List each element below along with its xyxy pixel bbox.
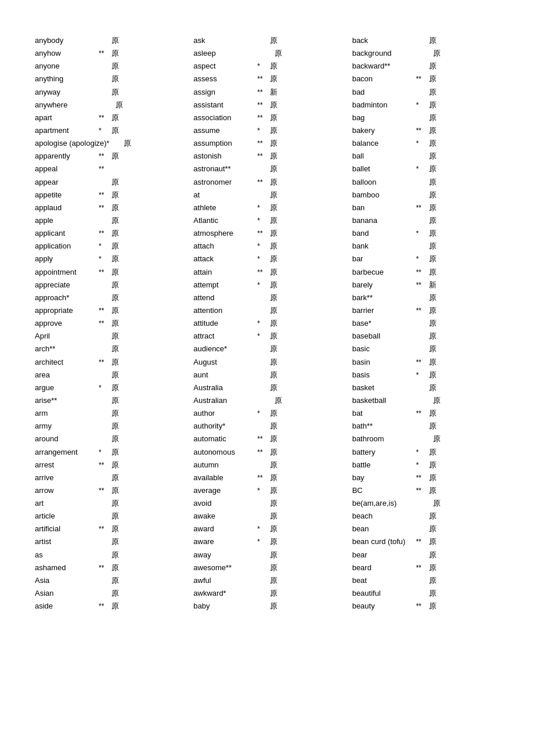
- kanji-label: 原: [270, 279, 277, 291]
- kanji-label: 原: [429, 562, 436, 574]
- word-label: basin: [352, 357, 416, 368]
- list-item: article原: [35, 510, 193, 522]
- kanji-label: 原: [111, 433, 119, 445]
- word-label: basketball: [352, 395, 416, 406]
- word-label: apartment: [35, 125, 99, 136]
- word-label: bay: [352, 472, 416, 484]
- word-label: approve: [35, 318, 99, 329]
- word-label: anyhow: [35, 48, 99, 59]
- level-badge: **: [257, 447, 270, 458]
- word-label: aside: [35, 600, 99, 612]
- list-item: banana原: [352, 215, 511, 226]
- word-label: appeal: [35, 163, 99, 175]
- list-item: bar*原: [352, 253, 511, 265]
- level-badge: **: [99, 524, 111, 535]
- level-badge: *: [257, 280, 270, 291]
- kanji-label: 原: [270, 459, 277, 471]
- kanji-label: 原: [270, 420, 277, 432]
- word-label: band: [352, 228, 416, 239]
- word-label: architect: [35, 357, 99, 368]
- word-label: attract: [193, 330, 257, 342]
- list-item: attend原: [193, 292, 352, 304]
- list-item: apart**原: [35, 112, 193, 124]
- word-label: ban: [352, 202, 416, 214]
- word-label: arrangement: [35, 447, 99, 458]
- list-item: barbecue**原: [352, 267, 511, 278]
- word-label: atmosphere: [193, 228, 257, 239]
- list-item: avoid原: [193, 498, 352, 509]
- word-label: attitude: [193, 318, 257, 329]
- list-item: astronomer**原: [193, 177, 352, 188]
- kanji-label: 原: [270, 588, 277, 599]
- word-label: autonomous: [193, 447, 257, 458]
- kanji-label: 原: [111, 73, 119, 85]
- kanji2-label: 原: [429, 498, 441, 509]
- level-badge: *: [257, 241, 270, 252]
- word-label: as: [35, 549, 99, 561]
- kanji-label: 原: [111, 472, 119, 484]
- list-item: Asia原: [35, 575, 193, 586]
- level-badge: **: [416, 305, 429, 316]
- level-badge: **: [416, 473, 429, 484]
- list-item: attention原: [193, 305, 352, 316]
- kanji-label: 原: [270, 267, 277, 278]
- kanji-label: 原: [111, 498, 119, 509]
- word-label: backward**: [352, 60, 416, 72]
- level-badge: *: [99, 254, 111, 265]
- word-label: bear: [352, 549, 416, 561]
- kanji-label: 原: [270, 472, 277, 484]
- list-item: basketball 原: [352, 395, 511, 406]
- list-item: appeal**: [35, 163, 193, 175]
- kanji-label: 原: [429, 575, 436, 586]
- list-item: bamboo原: [352, 189, 511, 201]
- word-label: bar: [352, 253, 416, 265]
- level-badge: **: [99, 305, 111, 316]
- kanji-label: 原: [429, 472, 436, 484]
- kanji-label: 原: [270, 35, 277, 46]
- list-item: arrest**原: [35, 459, 193, 471]
- list-item: astonish**原: [193, 150, 352, 162]
- list-item: bean原: [352, 523, 511, 535]
- word-label: bacon: [352, 73, 416, 85]
- word-label: attach: [193, 240, 257, 252]
- kanji-label: 原: [111, 343, 119, 355]
- list-item: astronaut**原: [193, 163, 352, 175]
- list-item: aside**原: [35, 600, 193, 612]
- word-label: Asia: [35, 575, 99, 586]
- word-label: baseball: [352, 330, 416, 342]
- word-label: Australia: [193, 382, 257, 394]
- kanji-label: 原: [429, 99, 436, 111]
- level-badge: *: [257, 485, 270, 496]
- list-item: athlete*原: [193, 202, 352, 214]
- level-badge: **: [257, 113, 270, 124]
- word-label: Atlantic: [193, 215, 257, 226]
- kanji-label: 原: [429, 292, 436, 304]
- kanji-label: 原: [111, 523, 119, 535]
- word-label: area: [35, 369, 99, 381]
- word-label: anyway: [35, 87, 99, 98]
- list-item: art原: [35, 498, 193, 509]
- word-label: background: [352, 48, 416, 59]
- kanji-label: 原: [429, 523, 436, 535]
- word-label: beach: [352, 510, 416, 522]
- list-item: assistant**原: [193, 99, 352, 111]
- kanji-label: 原: [111, 87, 119, 98]
- list-item: applicant**原: [35, 228, 193, 239]
- level-badge: **: [99, 228, 111, 239]
- level-badge: **: [99, 267, 111, 278]
- list-item: audience*原: [193, 343, 352, 355]
- level-badge: *: [257, 125, 270, 136]
- list-item: autumn原: [193, 459, 352, 471]
- list-item: appetite**原: [35, 189, 193, 201]
- list-item: awkward*原: [193, 588, 352, 599]
- list-item: baby原: [193, 600, 352, 612]
- list-item: arrangement*原: [35, 447, 193, 458]
- word-label: award: [193, 523, 257, 535]
- level-badge: **: [416, 357, 429, 368]
- word-label: ashamed: [35, 562, 99, 574]
- kanji-label: 原: [429, 228, 436, 239]
- kanji-label: 原: [270, 228, 277, 239]
- kanji-label: 原: [111, 562, 119, 574]
- word-label: baby: [193, 600, 257, 612]
- word-label: back: [352, 35, 416, 46]
